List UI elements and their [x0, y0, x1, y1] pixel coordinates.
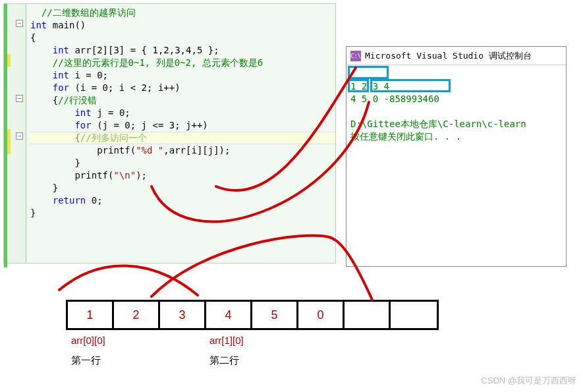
code-editor: − − − //二维数组的越界访问 int main() { int arr[2…: [3, 3, 336, 264]
console-title-text: Microsoft Visual Studio 调试控制台: [365, 50, 532, 62]
highlight-box: [348, 66, 389, 79]
array-cell: 2: [114, 302, 160, 328]
array-cell: [391, 302, 437, 328]
array-cell: 1: [68, 302, 114, 328]
fold-minus-icon[interactable]: −: [16, 95, 23, 102]
array-row-label: 第一行: [71, 354, 101, 367]
highlight-box: [348, 79, 369, 92]
current-line-highlight: [30, 132, 335, 144]
array-row-label: 第二行: [209, 354, 239, 367]
array-diagram: 123450: [66, 300, 439, 330]
editor-gutter: − − −: [4, 4, 26, 263]
console-path: D:\Gittee本地仓库\C-learn\c-learn: [350, 119, 526, 129]
watermark: CSDN @我可是万西西呀: [481, 375, 576, 387]
console-titlebar: C:\ Microsoft Visual Studio 调试控制台: [347, 47, 566, 65]
fold-minus-icon[interactable]: −: [16, 20, 23, 27]
highlight-box: [370, 79, 451, 92]
console-prompt: 按任意键关闭此窗口. . .: [350, 131, 461, 142]
vs-icon: C:\: [350, 51, 361, 61]
array-index-label: arr[0][0]: [71, 335, 105, 346]
array-cell: 5: [252, 302, 298, 328]
array-table: 123450: [66, 300, 439, 330]
gutter-yellow-bar: [7, 129, 11, 154]
array-cell: 3: [160, 302, 206, 328]
fold-minus-icon[interactable]: −: [16, 132, 23, 140]
array-cell: [345, 302, 391, 328]
array-cell: 0: [298, 302, 345, 328]
console-output-line: 4 5 0 -858993460: [350, 94, 439, 104]
array-index-label: arr[1][0]: [209, 335, 244, 346]
array-cell: 4: [206, 302, 252, 328]
gutter-yellow-bar: [7, 54, 11, 67]
